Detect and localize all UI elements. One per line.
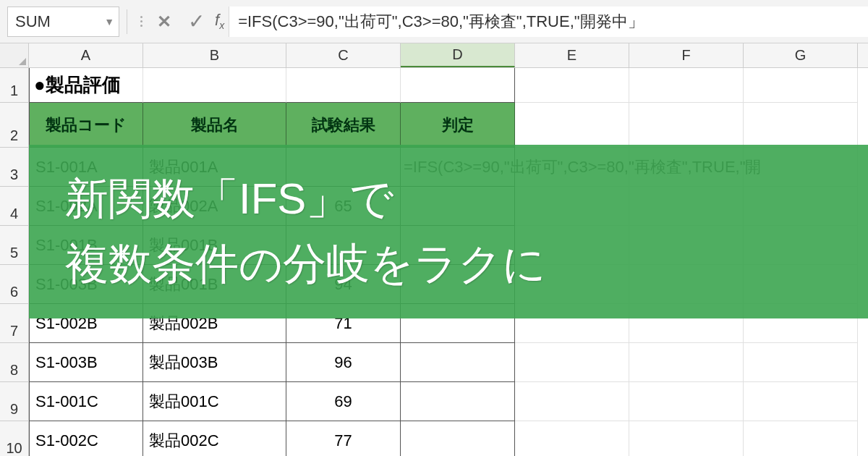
cell-D2[interactable]: 判定 (401, 103, 515, 148)
row-header-5[interactable]: 5 (0, 226, 29, 265)
cell-D1[interactable] (401, 68, 515, 103)
cancel-button[interactable]: ✕ (148, 7, 180, 37)
name-box[interactable]: SUM ▼ (7, 7, 119, 37)
column-header-B[interactable]: B (143, 43, 286, 67)
row-header-9[interactable]: 9 (0, 382, 29, 421)
row-9: 9 S1-001C 製品001C 69 (0, 382, 868, 421)
column-header-D[interactable]: D (401, 43, 515, 67)
cell-A8[interactable]: S1-003B (29, 343, 143, 382)
row-header-4[interactable]: 4 (0, 187, 29, 226)
name-box-value: SUM (15, 12, 51, 31)
cell-D8[interactable] (401, 343, 515, 382)
row-header-8[interactable]: 8 (0, 343, 29, 382)
cell-B1[interactable] (143, 68, 286, 103)
title-text: ●製品評価 (34, 72, 121, 98)
cell-G2[interactable] (744, 103, 858, 148)
cell-B9[interactable]: 製品001C (143, 382, 286, 421)
cell-F9[interactable] (629, 382, 744, 421)
cell-F10[interactable] (629, 421, 744, 456)
cell-G10[interactable] (744, 421, 858, 456)
cell-E9[interactable] (515, 382, 629, 421)
column-header-C[interactable]: C (286, 43, 401, 67)
select-all-corner[interactable] (0, 43, 29, 67)
cell-G8[interactable] (744, 343, 858, 382)
divider (127, 9, 127, 34)
column-header-E[interactable]: E (515, 43, 629, 67)
fx-icon[interactable]: fx (212, 11, 229, 31)
cell-C10[interactable]: 77 (286, 421, 401, 456)
cell-C8[interactable]: 96 (286, 343, 401, 382)
cell-F2[interactable] (629, 103, 744, 148)
cell-F8[interactable] (629, 343, 744, 382)
row-header-6[interactable]: 6 (0, 265, 29, 304)
row-header-2[interactable]: 2 (0, 103, 29, 148)
row-10: 10 S1-002C 製品002C 77 (0, 421, 868, 456)
row-8: 8 S1-003B 製品003B 96 (0, 343, 868, 382)
row-2: 2 製品コード 製品名 試験結果 判定 (0, 103, 868, 148)
formula-bar: SUM ▼ ✕ ✓ fx =IFS(C3>=90,"出荷可",C3>=80,"再… (0, 0, 868, 43)
column-header-F[interactable]: F (629, 43, 744, 67)
cell-D10[interactable] (401, 421, 515, 456)
column-header-row: A B C D E F G (0, 43, 868, 68)
name-box-dropdown-icon[interactable]: ▼ (104, 16, 114, 28)
cell-E8[interactable] (515, 343, 629, 382)
cell-A9[interactable]: S1-001C (29, 382, 143, 421)
row-header-7[interactable]: 7 (0, 304, 29, 343)
cell-B8[interactable]: 製品003B (143, 343, 286, 382)
cell-A2[interactable]: 製品コード (29, 103, 143, 148)
cell-B2[interactable]: 製品名 (143, 103, 286, 148)
cell-E2[interactable] (515, 103, 629, 148)
cell-C1[interactable] (286, 68, 401, 103)
cell-C2[interactable]: 試験結果 (286, 103, 401, 148)
cell-D9[interactable] (401, 382, 515, 421)
cell-A1[interactable]: ●製品評価 (29, 68, 143, 103)
grip-icon (135, 16, 148, 27)
cell-A10[interactable]: S1-002C (29, 421, 143, 456)
cell-E1[interactable] (515, 68, 629, 103)
cell-G1[interactable] (744, 68, 858, 103)
row-1: 1 ●製品評価 (0, 68, 868, 103)
row-header-3[interactable]: 3 (0, 148, 29, 187)
cell-G9[interactable] (744, 382, 858, 421)
cell-F1[interactable] (629, 68, 744, 103)
formula-input[interactable]: =IFS(C3>=90,"出荷可",C3>=80,"再検査",TRUE,"開発中… (229, 7, 868, 37)
accept-button[interactable]: ✓ (180, 7, 212, 37)
column-header-G[interactable]: G (744, 43, 858, 67)
cell-E10[interactable] (515, 421, 629, 456)
row-header-1[interactable]: 1 (0, 68, 29, 103)
overlay-line1: 新関数「IFS」で (65, 166, 868, 232)
overlay-banner: 新関数「IFS」で 複数条件の分岐をラクに (29, 145, 868, 318)
formula-text: =IFS(C3>=90,"出荷可",C3>=80,"再検査",TRUE,"開発中… (238, 11, 643, 33)
overlay-line2: 複数条件の分岐をラクに (65, 232, 868, 297)
row-header-10[interactable]: 10 (0, 421, 29, 456)
cell-B10[interactable]: 製品002C (143, 421, 286, 456)
cell-C9[interactable]: 69 (286, 382, 401, 421)
column-header-A[interactable]: A (29, 43, 143, 67)
